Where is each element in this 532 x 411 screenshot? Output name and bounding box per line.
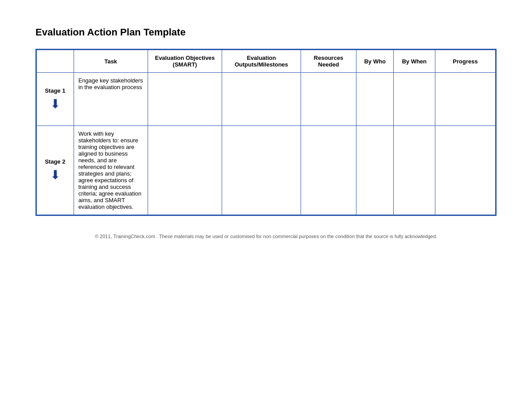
stage1-cell: Stage 1 ⬇	[37, 73, 74, 126]
page-container: Evaluation Action Plan Template Task Eva…	[0, 0, 532, 257]
stage2-label: Stage 2	[41, 158, 69, 165]
header-eval-outputs: Evaluation Outputs/Milestones	[222, 50, 301, 73]
header-progress: Progress	[435, 50, 496, 73]
stage2-task: Work with key stakeholders to: ensure tr…	[74, 126, 148, 215]
stage1-resources	[301, 73, 356, 126]
stage2-by-who	[356, 126, 394, 215]
stage2-eval-objectives	[148, 126, 222, 215]
stage1-progress	[435, 73, 496, 126]
stage2-by-when	[393, 126, 435, 215]
header-resources: Resources Needed	[301, 50, 356, 73]
header-task: Task	[74, 50, 148, 73]
stage2-resources	[301, 126, 356, 215]
stage2-cell: Stage 2 ⬇	[37, 126, 74, 215]
table-row-stage2: Stage 2 ⬇ Work with key stakeholders to:…	[37, 126, 496, 215]
page-title: Evaluation Action Plan Template	[35, 27, 497, 38]
header-stage	[37, 50, 74, 73]
stage1-by-when	[393, 73, 435, 126]
footer-text: © 2011, TrainingCheck.com . These materi…	[35, 234, 497, 239]
stage1-by-who	[356, 73, 394, 126]
action-plan-table: Task Evaluation Objectives (SMART) Evalu…	[36, 50, 496, 215]
header-by-when: By When	[393, 50, 435, 73]
header-eval-objectives: Evaluation Objectives (SMART)	[148, 50, 222, 73]
header-by-who: By Who	[356, 50, 394, 73]
stage1-eval-outputs	[222, 73, 301, 126]
stage1-label: Stage 1	[41, 87, 69, 94]
stage1-eval-objectives	[148, 73, 222, 126]
stage2-eval-outputs	[222, 126, 301, 215]
stage2-progress	[435, 126, 496, 215]
table-row-stage1: Stage 1 ⬇ Engage key stakeholders in the…	[37, 73, 496, 126]
stage1-task: Engage key stakeholders in the evaluatio…	[74, 73, 148, 126]
table-wrapper: Task Evaluation Objectives (SMART) Evalu…	[35, 49, 497, 216]
stage2-arrow-icon: ⬇	[41, 168, 69, 182]
stage1-arrow-icon: ⬇	[41, 97, 69, 111]
